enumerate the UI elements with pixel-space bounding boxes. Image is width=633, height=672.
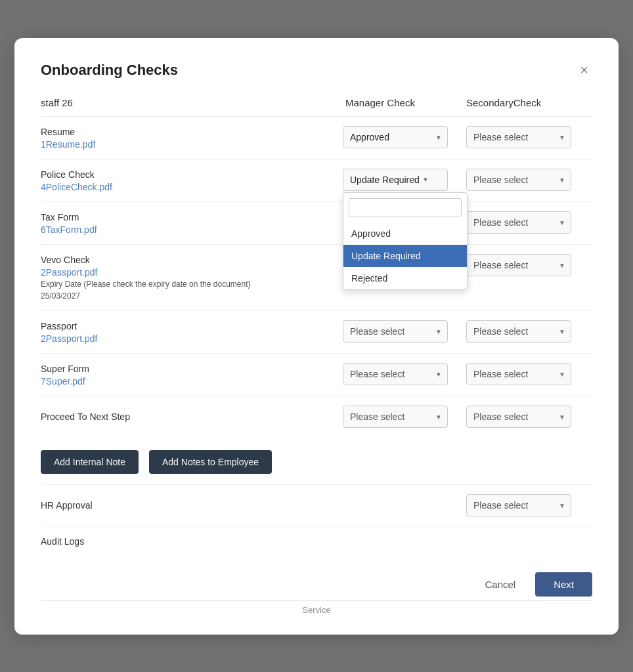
resume-file-link[interactable]: 1Resume.pdf (41, 139, 343, 150)
police-check-label: Police Check (41, 169, 95, 180)
modal-footer: Cancel Next (41, 572, 592, 597)
resume-secondary-select[interactable]: Please select Approved Update Required R… (466, 126, 571, 148)
proceed-secondary-select[interactable]: Please select Yes No (466, 406, 571, 428)
dropdown-option-rejected[interactable]: Rejected (343, 267, 467, 289)
proceed-label-group: Proceed To Next Step (41, 411, 343, 423)
modal-overlay: Onboarding Checks × staff 26 Manager Che… (0, 0, 633, 672)
bottom-bar: Service (41, 600, 592, 615)
resume-secondary-check: Please select Approved Update Required R… (461, 126, 592, 148)
hr-approval-secondary-select[interactable]: Please select Approved Rejected (466, 494, 571, 516)
passport-row: Passport 2Passport.pdf Please select App… (41, 310, 592, 353)
resume-manager-select-wrapper: Please select Approved Update Required R… (343, 126, 448, 148)
police-check-label-group: Police Check 4PoliceCheck.pdf (41, 169, 343, 192)
add-internal-note-button[interactable]: Add Internal Note (41, 450, 139, 474)
resume-manager-check: Please select Approved Update Required R… (343, 126, 461, 148)
action-buttons-row: Add Internal Note Add Notes to Employee (41, 450, 592, 474)
tax-form-secondary: Please select Approved Update Required R… (461, 211, 592, 234)
proceed-label: Proceed To Next Step (41, 411, 130, 422)
passport-label-group: Passport 2Passport.pdf (41, 320, 343, 344)
passport-secondary-select-wrapper: Please select Approved Update Required R… (466, 320, 571, 343)
super-form-label: Super Form (41, 364, 89, 374)
passport-file-link[interactable]: 2Passport.pdf (41, 333, 343, 344)
police-check-dropdown-popup: Approved Update Required Rejected (343, 192, 468, 290)
super-form-manager-select[interactable]: Please select Approved Update Required R… (343, 363, 448, 385)
close-button[interactable]: × (576, 62, 592, 79)
vevo-check-secondary: Please select Approved Update Required R… (461, 254, 592, 276)
tax-form-secondary-select[interactable]: Please select Approved Update Required R… (466, 211, 571, 234)
passport-manager-check: Please select Approved Update Required R… (343, 320, 461, 343)
police-check-dropdown-wrapper: Update Required ▼ Approved Update Requir… (343, 169, 461, 191)
add-notes-to-employee-button[interactable]: Add Notes to Employee (149, 450, 272, 474)
tax-form-label: Tax Form (41, 212, 79, 222)
resume-label-group: Resume 1Resume.pdf (41, 126, 343, 150)
dropdown-option-update-required[interactable]: Update Required (343, 245, 467, 267)
police-check-secondary: Please select Approved Update Required R… (461, 169, 592, 191)
proceed-manager-check: Please select Yes No (343, 406, 461, 428)
proceed-secondary: Please select Yes No (461, 406, 592, 428)
vevo-check-file-link[interactable]: 2Passport.pdf (41, 267, 343, 278)
column-headers: staff 26 Manager Check SecondaryCheck (41, 97, 592, 111)
resume-manager-select[interactable]: Please select Approved Update Required R… (343, 126, 448, 148)
police-check-secondary-select-wrapper: Please select Approved Update Required R… (466, 169, 571, 191)
passport-secondary: Please select Approved Update Required R… (461, 320, 592, 343)
passport-manager-select[interactable]: Please select Approved Update Required R… (343, 320, 448, 343)
police-check-dropdown-trigger[interactable]: Update Required ▼ (343, 169, 448, 191)
modal-dialog: Onboarding Checks × staff 26 Manager Che… (14, 38, 619, 635)
tax-form-file-link[interactable]: 6TaxForm.pdf (41, 224, 343, 235)
proceed-manager-select[interactable]: Please select Yes No (343, 406, 448, 428)
proceed-to-next-step-row: Proceed To Next Step Please select Yes N… (41, 396, 592, 437)
tax-form-label-group: Tax Form 6TaxForm.pdf (41, 211, 343, 235)
super-form-secondary-select-wrapper: Please select Approved Update Required R… (466, 363, 571, 385)
hr-approval-secondary: Please select Approved Rejected (461, 494, 592, 516)
tax-form-secondary-select-wrapper: Please select Approved Update Required R… (466, 211, 571, 234)
manager-check-header: Manager Check (343, 97, 461, 108)
staff-name-header: staff 26 (41, 97, 343, 108)
modal-title: Onboarding Checks (41, 62, 178, 79)
police-check-row: Police Check 4PoliceCheck.pdf Update Req… (41, 159, 592, 201)
police-check-selected-value: Update Required (350, 175, 420, 185)
super-form-manager-check: Please select Approved Update Required R… (343, 363, 461, 385)
vevo-expiry-text: Expiry Date (Please check the expiry dat… (41, 280, 251, 301)
passport-manager-select-wrapper: Please select Approved Update Required R… (343, 320, 448, 343)
hr-approval-label: HR Approval (41, 500, 93, 511)
hr-approval-label-group: HR Approval (41, 499, 343, 511)
resume-secondary-select-wrapper: Please select Approved Update Required R… (466, 126, 571, 148)
passport-secondary-select[interactable]: Please select Approved Update Required R… (466, 320, 571, 343)
proceed-manager-select-wrapper: Please select Yes No (343, 406, 448, 428)
vevo-check-row: Vevo Check 2Passport.pdf Expiry Date (Pl… (41, 244, 592, 310)
hr-approval-secondary-select-wrapper: Please select Approved Rejected (466, 494, 571, 516)
super-form-row: Super Form 7Super.pdf Please select Appr… (41, 353, 592, 396)
hr-approval-row: HR Approval Please select Approved Rejec… (41, 484, 592, 526)
vevo-check-label-group: Vevo Check 2Passport.pdf Expiry Date (Pl… (41, 254, 343, 301)
vevo-check-label: Vevo Check (41, 255, 90, 265)
cancel-button[interactable]: Cancel (474, 572, 526, 597)
police-check-dropdown-arrow-icon: ▼ (422, 176, 429, 183)
audit-logs-row: Audit Logs (41, 526, 592, 556)
super-form-file-link[interactable]: 7Super.pdf (41, 376, 343, 387)
vevo-check-secondary-select-wrapper: Please select Approved Update Required R… (466, 254, 571, 276)
audit-logs-label: Audit Logs (41, 536, 84, 547)
police-check-secondary-select[interactable]: Please select Approved Update Required R… (466, 169, 571, 191)
tax-form-row: Tax Form 6TaxForm.pdf Please select Appr… (41, 201, 592, 244)
resume-row: Resume 1Resume.pdf Please select Approve… (41, 116, 592, 159)
resume-label: Resume (41, 127, 75, 137)
next-button[interactable]: Next (535, 572, 592, 597)
modal-header: Onboarding Checks × (41, 62, 592, 79)
proceed-secondary-select-wrapper: Please select Yes No (466, 406, 571, 428)
police-check-manager-check: Update Required ▼ Approved Update Requir… (343, 169, 461, 191)
secondary-check-header: SecondaryCheck (461, 97, 592, 108)
super-form-secondary: Please select Approved Update Required R… (461, 363, 592, 385)
super-form-label-group: Super Form 7Super.pdf (41, 363, 343, 387)
super-form-secondary-select[interactable]: Please select Approved Update Required R… (466, 363, 571, 385)
vevo-check-secondary-select[interactable]: Please select Approved Update Required R… (466, 254, 571, 276)
super-form-manager-select-wrapper: Please select Approved Update Required R… (343, 363, 448, 385)
police-check-dropdown-search[interactable] (349, 198, 462, 217)
passport-label: Passport (41, 321, 77, 331)
dropdown-option-approved[interactable]: Approved (343, 222, 467, 245)
police-check-file-link[interactable]: 4PoliceCheck.pdf (41, 182, 343, 192)
